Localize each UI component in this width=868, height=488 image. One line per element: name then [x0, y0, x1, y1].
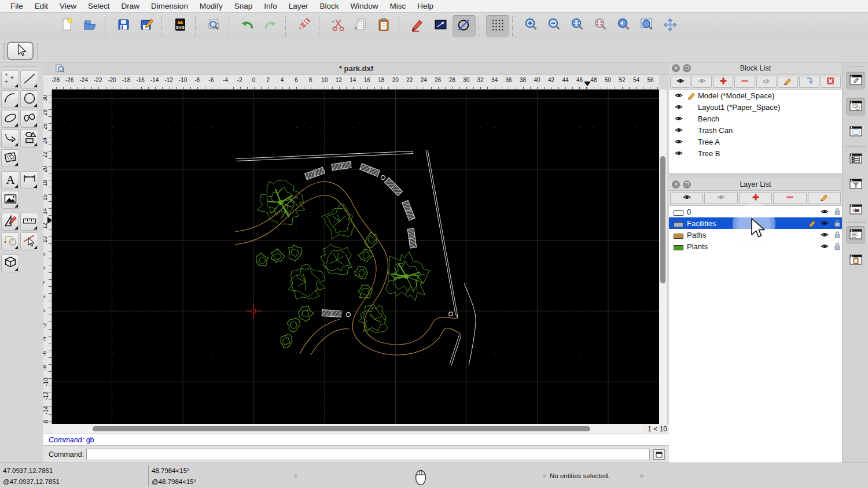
visibility-eye-icon[interactable]	[821, 242, 829, 252]
spline-tool-button[interactable]	[20, 110, 38, 128]
shapes-tool-button[interactable]	[20, 130, 38, 147]
copy-button[interactable]: +	[350, 15, 373, 37]
layer-row-facilities[interactable]: Facilities	[669, 217, 842, 229]
block-list-item[interactable]: Model (*Model_Space)	[669, 90, 842, 101]
menu-window[interactable]: Window	[345, 2, 384, 10]
cut-button[interactable]: +	[326, 15, 350, 37]
block-eye-grey-button[interactable]	[692, 76, 712, 88]
polyline-tool-button[interactable]	[1, 130, 19, 147]
measure-tool-button[interactable]	[20, 213, 38, 231]
layer-list-titlebar[interactable]: ✕ ❐ Layer List	[669, 179, 842, 191]
block-delete-button[interactable]	[821, 76, 841, 88]
print-preview-button[interactable]	[203, 15, 226, 37]
lock-icon[interactable]	[833, 231, 841, 241]
layer-eye-grey-button[interactable]	[704, 192, 737, 204]
dimension-tool-button[interactable]	[20, 171, 38, 189]
menu-select[interactable]: Select	[82, 2, 116, 10]
zoom-out-button[interactable]	[543, 15, 566, 37]
horizontal-scrollbar-thumb[interactable]	[93, 426, 590, 431]
undo-button[interactable]	[236, 15, 259, 37]
layer-edit-button[interactable]	[808, 192, 841, 204]
menu-dimension[interactable]: Dimension	[145, 2, 194, 10]
block-list-item[interactable]: Layout1 (*Paper_Space)	[669, 101, 842, 113]
menu-help[interactable]: Help	[411, 2, 439, 10]
image-tool-button[interactable]	[1, 191, 19, 209]
points-tool-button[interactable]: +++	[1, 71, 19, 88]
block-list-item[interactable]: Bench	[669, 113, 842, 124]
command-options-button[interactable]	[653, 449, 665, 460]
lock-icon[interactable]	[833, 208, 841, 217]
drawing-canvas[interactable]	[52, 90, 659, 424]
visibility-eye-icon[interactable]	[821, 208, 829, 217]
visibility-eye-icon[interactable]	[675, 138, 683, 147]
dock-clipboard-window-button[interactable]	[846, 252, 865, 269]
visibility-eye-icon[interactable]	[675, 91, 683, 101]
block-edit-button[interactable]	[778, 76, 798, 88]
visibility-eye-icon[interactable]	[821, 219, 829, 229]
block-add-button[interactable]	[713, 76, 733, 88]
layer-eye-dark-button[interactable]	[670, 192, 703, 204]
block-list-item[interactable]: Trash Can	[669, 124, 842, 136]
dock-block-edit-window-button[interactable]	[846, 72, 865, 90]
palette-handle[interactable]	[2, 66, 38, 67]
lock-icon[interactable]	[833, 242, 841, 252]
text-tool-button[interactable]: A	[1, 171, 19, 189]
arc-tool-button[interactable]	[1, 90, 19, 108]
visibility-eye-icon[interactable]	[675, 114, 683, 124]
vertical-scrollbar-thumb[interactable]	[660, 156, 665, 283]
block-remove-button[interactable]	[734, 76, 755, 88]
lock-icon[interactable]	[833, 219, 841, 229]
line-angle-button[interactable]	[429, 15, 453, 37]
block-rename-button[interactable]: a|b	[756, 76, 777, 88]
document-titlebar[interactable]: * park.dxf	[43, 62, 669, 75]
save-as-button[interactable]	[135, 15, 159, 37]
menu-layer[interactable]: Layer	[283, 2, 314, 10]
menu-edit[interactable]: Edit	[29, 2, 54, 10]
menu-misc[interactable]: Misc	[384, 2, 412, 10]
menu-modify[interactable]: Modify	[194, 2, 229, 10]
line-tool-button[interactable]	[20, 71, 38, 88]
zoom-previous-button[interactable]	[612, 15, 635, 37]
save-button[interactable]	[112, 15, 135, 37]
visibility-eye-icon[interactable]	[821, 231, 829, 241]
cube-tool-button[interactable]	[1, 254, 19, 272]
circle-tool-button[interactable]	[20, 90, 38, 108]
block-list-item[interactable]: Tree B	[669, 147, 842, 159]
modify-tool-button[interactable]	[1, 213, 19, 231]
horizontal-scrollbar[interactable]	[52, 424, 642, 434]
dock-command-window-button[interactable]	[846, 226, 865, 244]
dock-layer-filter-window-button[interactable]	[846, 176, 865, 194]
layer-row-0[interactable]: 0	[669, 206, 842, 217]
dock-library-window-button[interactable]	[846, 123, 865, 141]
menu-block[interactable]: Block	[314, 2, 345, 10]
grid-toggle-button[interactable]	[486, 15, 509, 37]
dock-layer-list-window-button[interactable]	[846, 150, 865, 168]
select-entity-tool-button[interactable]	[20, 232, 38, 250]
dock-insert-window-button[interactable]	[846, 201, 865, 219]
dock-strip-handle[interactable]	[847, 66, 863, 67]
paste-button[interactable]	[373, 15, 396, 37]
layer-remove-button[interactable]	[773, 192, 806, 204]
zoom-pan-button[interactable]	[659, 15, 682, 37]
export-svg-button[interactable]: SVG	[169, 15, 192, 37]
zoom-selection-button[interactable]	[589, 15, 612, 37]
layer-row-plants[interactable]: Plants	[669, 241, 842, 252]
layer-row-paths[interactable]: Paths	[669, 229, 842, 241]
draft-mode-button[interactable]	[453, 15, 476, 37]
zoom-window-button[interactable]	[635, 15, 659, 37]
block-eye-dark-button[interactable]	[670, 76, 690, 88]
visibility-eye-icon[interactable]	[675, 103, 683, 113]
hatch-tool-button[interactable]	[1, 149, 19, 167]
dock-blocks-window-button[interactable]	[846, 98, 865, 116]
blocks-tool-button[interactable]	[1, 232, 19, 250]
open-button[interactable]	[79, 15, 102, 37]
ellipse-tool-button[interactable]	[1, 110, 19, 128]
visibility-eye-icon[interactable]	[675, 126, 683, 136]
menu-info[interactable]: Info	[258, 2, 283, 10]
menu-draw[interactable]: Draw	[116, 2, 146, 10]
block-list-item[interactable]: Tree A	[669, 136, 842, 147]
zoom-in-button[interactable]	[520, 15, 543, 37]
command-input[interactable]	[86, 449, 650, 460]
pen-button[interactable]	[406, 15, 429, 37]
menu-view[interactable]: View	[54, 2, 82, 10]
